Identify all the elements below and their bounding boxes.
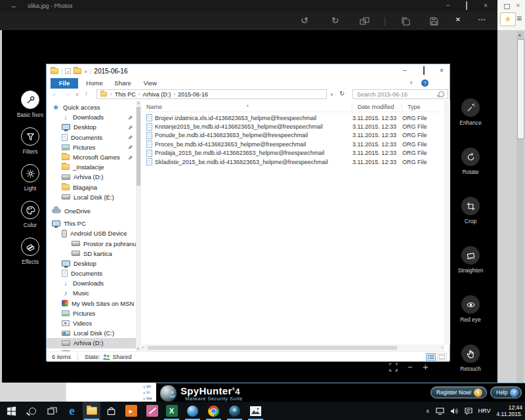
more-icon[interactable]: ••• xyxy=(478,16,486,22)
tab-home[interactable]: Home xyxy=(83,78,106,89)
start-button[interactable] xyxy=(3,402,20,420)
details-view-button[interactable] xyxy=(426,353,436,361)
sidebar-downloads[interactable]: ↓Downloads xyxy=(47,112,136,122)
sidebar-quick-access[interactable]: ★Quick access xyxy=(47,102,136,112)
sidebar-this-pc[interactable]: This PC xyxy=(47,219,136,228)
taskbar-clock[interactable]: 12:444.11.2015. xyxy=(496,404,522,417)
horizontal-scrollbar[interactable]: ‹ › xyxy=(141,345,444,351)
sidebar-android-usb[interactable]: Android USB Device xyxy=(47,228,136,238)
ribbon-collapse-icon[interactable]: ∨ xyxy=(410,80,413,85)
edge-browser-button[interactable]: e xyxy=(63,402,81,420)
nav-scrollbar[interactable]: ∧ ∨ xyxy=(136,100,141,351)
browser-menu-icon[interactable]: ≡ xyxy=(516,13,522,24)
explorer-minimize-button[interactable]: − xyxy=(396,64,413,77)
photos-minimize-button[interactable]: − xyxy=(441,1,455,10)
photos-taskbar-button[interactable] xyxy=(247,402,264,420)
redo-icon[interactable]: ↻ xyxy=(331,15,339,26)
save-icon[interactable] xyxy=(430,17,438,26)
search-box[interactable]: Search 2015-06-16 xyxy=(352,89,448,99)
tool-color[interactable]: Color xyxy=(9,201,51,228)
nav-history-icon[interactable]: ∨ xyxy=(75,92,79,97)
cancel-edit-icon[interactable]: × xyxy=(455,14,461,24)
nav-forward-icon[interactable]: → xyxy=(64,90,70,97)
file-row[interactable]: Brojevi izdatnica.xls.id-4136823653_help… xyxy=(141,114,444,122)
taskbar-search-button[interactable] xyxy=(24,402,41,420)
undo-icon[interactable]: ↺ xyxy=(301,15,308,26)
sidebar-blagajna[interactable]: Blagajna xyxy=(47,182,136,192)
webpage-link[interactable]: » Wi xyxy=(143,384,156,390)
tab-share[interactable]: Share xyxy=(111,78,135,89)
language-indicator[interactable]: HRV xyxy=(478,408,491,414)
horizontal-scrollbar-thumb[interactable] xyxy=(148,346,397,350)
sidebar-prostor[interactable]: Prostor za pohranu telefona xyxy=(47,238,136,248)
sidebar-documents-2[interactable]: Documents xyxy=(47,268,136,278)
sidebar-msn-websites[interactable]: My Web Sites on MSN xyxy=(47,299,136,308)
nav-up-icon[interactable]: ↑ xyxy=(85,90,88,97)
bookmark-star-icon[interactable]: ★ xyxy=(500,12,516,26)
tool-red-eye[interactable]: Red eye xyxy=(450,295,492,323)
sidebar-local-disk-c[interactable]: Local Disk (C:) xyxy=(47,328,136,338)
sidebar-music[interactable]: ♪Music xyxy=(47,288,136,298)
qat-check-icon[interactable]: ✓ xyxy=(65,68,71,74)
task-view-button[interactable] xyxy=(43,402,61,420)
thumbnail-view-button[interactable] xyxy=(437,353,447,361)
address-bar[interactable]: › This PC › Arhiva (D:) › 2015-06-16 xyxy=(96,89,327,99)
tab-file[interactable]: File xyxy=(51,78,78,89)
excel-button[interactable]: X xyxy=(163,402,180,420)
back-icon[interactable]: ← xyxy=(10,1,18,9)
spyhunter-banner[interactable]: SpyHunter®4 Malware Security Suite Regis… xyxy=(156,383,525,402)
sidebar-desktop-2[interactable]: Desktop xyxy=(47,259,136,268)
file-row[interactable]: Proces_be.mdb.id-4136823653_helpme@frees… xyxy=(141,140,444,148)
refresh-icon[interactable]: ↻ xyxy=(339,90,345,97)
sidebar-videos[interactable]: ▸Videos xyxy=(47,318,136,328)
fit-to-window-icon[interactable] xyxy=(389,363,398,371)
sidebar-local-disk-e[interactable]: Local Disk (E:) xyxy=(47,192,136,202)
nav-back-icon[interactable]: ← xyxy=(52,90,58,97)
chrome-button[interactable] xyxy=(205,402,222,420)
nav-scrollbar-thumb[interactable] xyxy=(136,107,140,186)
spyhunter-taskbar-button[interactable] xyxy=(226,402,243,420)
qat-dropdown-icon[interactable]: ∨ xyxy=(84,69,87,74)
sidebar-downloads-2[interactable]: ↓Downloads xyxy=(47,278,136,288)
register-now-button[interactable]: Register Now! i xyxy=(430,387,487,398)
file-row[interactable]: Ponude_be.mdb.id-4136823653_helpme@frees… xyxy=(141,131,444,140)
photos-maximize-button[interactable] xyxy=(459,1,474,10)
compare-icon[interactable] xyxy=(360,17,369,26)
sidebar-sd-kartica[interactable]: SD kartica xyxy=(47,249,136,259)
save-copy-icon[interactable] xyxy=(401,17,410,26)
sidebar-arhiva-d[interactable]: Arhiva (D:) xyxy=(47,172,136,182)
sidebar-pictures-2[interactable]: Pictures xyxy=(47,308,136,318)
file-row[interactable]: Kretanje2015_be.mdb.id-4136823653_helpme… xyxy=(141,122,444,131)
sidebar-microsoft-games[interactable]: Microsoft Games xyxy=(47,152,136,162)
sidebar-arhiva-d-selected[interactable]: Arhiva (D:) xyxy=(47,338,136,348)
browser-scrollbar[interactable]: ▲ xyxy=(516,32,524,383)
sidebar-onedrive[interactable]: OneDrive xyxy=(47,206,136,216)
help-button[interactable]: Help ? xyxy=(490,387,522,398)
explorer-close-button[interactable]: × xyxy=(433,64,450,77)
media-app-button[interactable]: ▸ xyxy=(122,402,140,420)
tool-effects[interactable]: Effects xyxy=(9,238,51,265)
network-icon[interactable] xyxy=(436,408,444,415)
tool-crop[interactable]: Crop xyxy=(450,197,492,224)
sidebar-pictures[interactable]: Pictures xyxy=(47,142,136,152)
store-button[interactable] xyxy=(102,402,120,420)
photos-close-button[interactable]: × xyxy=(478,1,493,10)
scroll-up-icon[interactable]: ▲ xyxy=(518,33,522,37)
sidebar-instalacije[interactable]: _Instalacije xyxy=(47,162,136,172)
file-row[interactable]: Prodaja_2015_be.mdb.id-4136823653_helpme… xyxy=(141,149,444,158)
tray-chevron-icon[interactable]: ∧ xyxy=(426,408,430,414)
tab-view[interactable]: View xyxy=(138,78,162,89)
zoom-out-icon[interactable]: − xyxy=(408,362,413,372)
tool-basic-fixes[interactable]: Basic fixes xyxy=(9,91,51,118)
browser-close-icon[interactable]: × xyxy=(516,1,520,9)
file-row[interactable]: Skladiste_2015_be.mdb.id-4136823653_help… xyxy=(141,158,444,166)
breadcrumb-this-pc[interactable]: This PC xyxy=(115,91,136,98)
volume-icon[interactable] xyxy=(450,408,459,415)
breadcrumb-arhiva-d[interactable]: Arhiva (D:) xyxy=(142,91,171,98)
qat-folder-icon[interactable] xyxy=(74,68,81,74)
action-center-icon[interactable] xyxy=(465,408,472,415)
sidebar-documents[interactable]: Documents xyxy=(47,133,136,142)
column-header-date[interactable]: Date modified xyxy=(352,104,402,112)
filelist-scrollbar[interactable] xyxy=(444,100,450,345)
address-dropdown-icon[interactable]: ∨ xyxy=(330,92,333,97)
